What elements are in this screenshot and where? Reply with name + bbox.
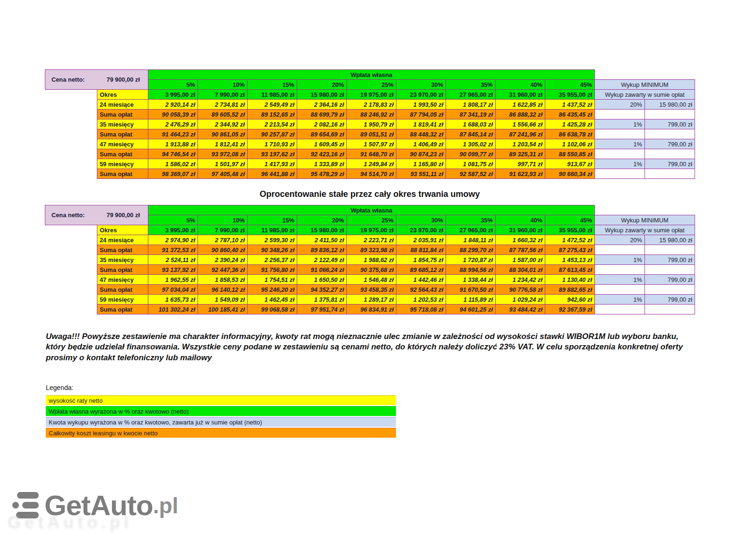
sum-cell: 91 756,80 zł [248, 265, 297, 275]
row-label: Suma opłat [97, 265, 148, 275]
wykup-percent-cell: 1% [595, 159, 645, 169]
deposit-header: Wpłata własna [148, 70, 595, 80]
row-label: Suma opłat [97, 110, 148, 119]
wykup-empty-cell [645, 149, 695, 159]
rate-cell: 1 203,54 zł [496, 139, 545, 149]
rate-cell: 2 524,11 zł [148, 255, 198, 265]
row-label: Suma opłat [97, 129, 148, 139]
sum-cell: 97 951,74 zł [297, 305, 347, 314]
sum-cell: 100 185,41 zł [198, 305, 248, 314]
percent-header: 10% [198, 80, 248, 90]
spacer-cell [45, 149, 97, 159]
sum-cell: 93 197,62 zł [248, 149, 297, 159]
rate-cell: 2 787,10 zł [198, 235, 248, 245]
row-label: Suma opłat [97, 305, 148, 314]
wykup-percent-cell: 20% [595, 235, 645, 245]
sum-cell: 86 888,32 zł [496, 110, 545, 119]
price-label: Cena netto: [52, 212, 85, 219]
wykup-empty-cell [645, 245, 695, 255]
percent-header: 20% [297, 215, 347, 225]
sum-cell: 88 304,01 zł [496, 265, 545, 275]
rate-cell: 1 660,32 zł [496, 235, 545, 245]
rate-cell: 1 305,02 zł [446, 139, 496, 149]
sum-cell: 96 441,88 zł [248, 169, 297, 179]
rate-cell: 1 472,52 zł [545, 235, 595, 245]
legend-item: wysokość raty netto [46, 395, 396, 405]
percent-header: 25% [347, 215, 396, 225]
wykup-empty-cell [645, 265, 695, 275]
sum-cell: 90 861,05 zł [198, 129, 248, 139]
sum-cell: 89 685,12 zł [396, 265, 446, 275]
rate-row: 35 miesięcy2 476,29 zł2 344,92 zł2 213,5… [45, 119, 695, 129]
percent-header: 25% [347, 80, 396, 90]
sum-cell: 91 670,50 zł [446, 285, 496, 295]
rate-cell: 1 234,42 zł [496, 275, 545, 285]
wykup-amount-cell: 799,00 zł [645, 159, 695, 169]
percent-header: 35% [446, 80, 496, 90]
sum-cell: 92 587,52 zł [446, 169, 496, 179]
sum-row: Suma opłat93 137,92 zł92 447,36 zł91 756… [45, 265, 695, 275]
percent-header: 5% [148, 80, 198, 90]
leasing-table-1: Cena netto:79 900,00 złWpłata własna5%10… [45, 69, 695, 179]
sum-cell: 97 405,48 zł [198, 169, 248, 179]
rate-cell: 1 848,11 zł [446, 235, 496, 245]
sum-cell: 88 246,92 zł [347, 110, 396, 119]
sum-cell: 93 972,08 zł [198, 149, 248, 159]
sum-cell: 90 348,26 zł [248, 245, 297, 255]
okres-label: Okres [97, 90, 148, 100]
rate-row: 59 miesięcy1 586,02 zł1 501,97 zł1 417,9… [45, 159, 695, 169]
rate-cell: 1 635,73 zł [148, 295, 198, 305]
percent-header: 40% [496, 80, 545, 90]
rate-cell: 1 102,06 zł [545, 139, 595, 149]
sum-cell: 101 302,24 zł [148, 305, 198, 314]
okres-value: 35 955,00 zł [545, 90, 595, 100]
rate-cell: 1 808,17 zł [446, 100, 496, 110]
sum-cell: 90 776,58 zł [496, 285, 545, 295]
rate-cell: 1 081,75 zł [446, 159, 496, 169]
rate-cell: 1 950,79 zł [347, 119, 396, 129]
sum-row: Suma opłat98 369,07 zł97 405,48 zł96 441… [45, 169, 695, 179]
sum-cell: 93 137,92 zł [148, 265, 198, 275]
sum-cell: 88 811,84 zł [396, 245, 446, 255]
sum-row: Suma opłat101 302,24 zł100 185,41 zł99 0… [45, 305, 695, 314]
rate-cell: 1 130,40 zł [545, 275, 595, 285]
sum-row: Suma opłat91 372,53 zł90 860,40 zł90 348… [45, 245, 695, 255]
rate-cell: 1 556,66 zł [496, 119, 545, 129]
sum-cell: 89 882,65 zł [545, 285, 595, 295]
wykup-minimum-header: Wykup MINIMUM [595, 80, 695, 90]
percent-header: 10% [198, 215, 248, 225]
wykup-empty-cell [645, 285, 695, 295]
rate-cell: 1 754,51 zł [248, 275, 297, 285]
rate-cell: 1 993,50 zł [396, 100, 446, 110]
sum-cell: 90 058,39 zł [148, 110, 198, 119]
rate-cell: 2 213,54 zł [248, 119, 297, 129]
okres-value: 11 985,00 zł [248, 90, 297, 100]
sum-cell: 92 564,43 zł [396, 285, 446, 295]
legend-item: Całkowity koszt leasingu w kwocie netto [46, 428, 396, 438]
sum-row: Suma opłat90 058,39 zł89 605,52 zł89 152… [45, 110, 695, 119]
sum-cell: 88 448,32 zł [396, 129, 446, 139]
rate-cell: 2 476,29 zł [148, 119, 198, 129]
sum-cell: 91 372,53 zł [148, 245, 198, 255]
logo-suffix: .pl [153, 493, 179, 518]
sum-cell: 86 638,78 zł [545, 129, 595, 139]
rate-cell: 2 411,50 zł [297, 235, 347, 245]
sum-cell: 87 341,19 zł [446, 110, 496, 119]
sum-cell: 89 152,65 zł [248, 110, 297, 119]
legend-title: Legenda: [46, 384, 396, 391]
info-note: Uwaga!!! Powyższe zestawienie ma charakt… [46, 331, 697, 363]
sum-cell: 91 648,70 zł [347, 149, 396, 159]
sum-cell: 90 257,87 zł [248, 129, 297, 139]
sum-row: Suma opłat91 464,23 zł90 861,05 zł90 257… [45, 129, 695, 139]
rate-cell: 1 650,50 zł [297, 275, 347, 285]
wykup-empty-cell [595, 110, 645, 119]
sum-cell: 89 836,12 zł [297, 245, 347, 255]
rate-cell: 1 289,17 zł [347, 295, 396, 305]
sum-cell: 90 099,77 zł [446, 149, 496, 159]
wykup-subtitle-header: Wykup zawarty w sumie opłat [595, 225, 695, 235]
rate-cell: 2 974,90 zł [148, 235, 198, 245]
sum-cell: 93 484,42 zł [496, 305, 545, 314]
wykup-amount-cell: 799,00 zł [645, 119, 695, 129]
percent-header: 5% [148, 215, 198, 225]
wykup-amount-cell: 15 980,00 zł [645, 235, 695, 245]
